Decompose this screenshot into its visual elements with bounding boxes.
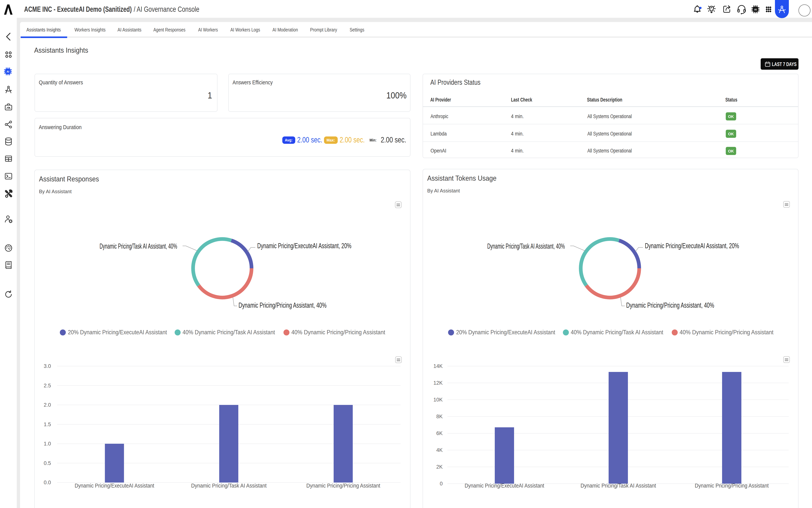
svg-text:Dynamic Pricing/Pricing Assist: Dynamic Pricing/Pricing Assistant <box>695 482 769 489</box>
svg-text:2.0: 2.0 <box>44 402 51 408</box>
svg-text:Dynamic Pricing/Task AI Assist: Dynamic Pricing/Task AI Assistant, 40% <box>487 242 565 250</box>
svg-text:Dynamic Pricing/Pricing Assist: Dynamic Pricing/Pricing Assistant, 40% <box>626 301 714 309</box>
svg-text:6K: 6K <box>436 430 443 436</box>
svg-text:Dynamic Pricing/Task AI Assist: Dynamic Pricing/Task AI Assistant, 40% <box>100 242 177 250</box>
svg-text:Dynamic Pricing/ExecuteAI Assi: Dynamic Pricing/ExecuteAI Assistant <box>75 482 154 489</box>
svg-text:4K: 4K <box>436 447 443 453</box>
svg-text:14K: 14K <box>434 363 443 369</box>
svg-text:Dynamic Pricing/Task AI Assist: Dynamic Pricing/Task AI Assistant <box>191 482 267 489</box>
svg-text:12K: 12K <box>434 380 443 386</box>
svg-text:3.0: 3.0 <box>44 363 51 369</box>
svg-text:Dynamic Pricing/ExecuteAI Assi: Dynamic Pricing/ExecuteAI Assistant <box>465 482 544 489</box>
svg-text:8K: 8K <box>436 414 443 419</box>
svg-text:Dynamic Pricing/Pricing Assist: Dynamic Pricing/Pricing Assistant <box>306 482 380 489</box>
svg-text:0: 0 <box>440 481 443 486</box>
svg-text:Dynamic Pricing/ExecuteAI Assi: Dynamic Pricing/ExecuteAI Assistant, 20% <box>257 242 351 250</box>
svg-text:Dynamic Pricing/Task AI Assist: Dynamic Pricing/Task AI Assistant <box>581 482 656 489</box>
svg-text:Dynamic Pricing/Pricing Assist: Dynamic Pricing/Pricing Assistant, 40% <box>238 301 326 309</box>
svg-text:2K: 2K <box>436 464 443 470</box>
svg-text:10K: 10K <box>434 397 443 403</box>
svg-text:0.5: 0.5 <box>44 460 51 466</box>
svg-text:2.5: 2.5 <box>44 383 51 388</box>
svg-text:AI: AI <box>754 8 757 11</box>
svg-text:0.0: 0.0 <box>44 480 51 485</box>
svg-text:Dynamic Pricing/ExecuteAI Assi: Dynamic Pricing/ExecuteAI Assistant, 20% <box>645 242 739 250</box>
svg-text:AI: AI <box>7 70 9 73</box>
svg-text:1.0: 1.0 <box>44 441 51 447</box>
svg-text:1.5: 1.5 <box>44 422 51 427</box>
